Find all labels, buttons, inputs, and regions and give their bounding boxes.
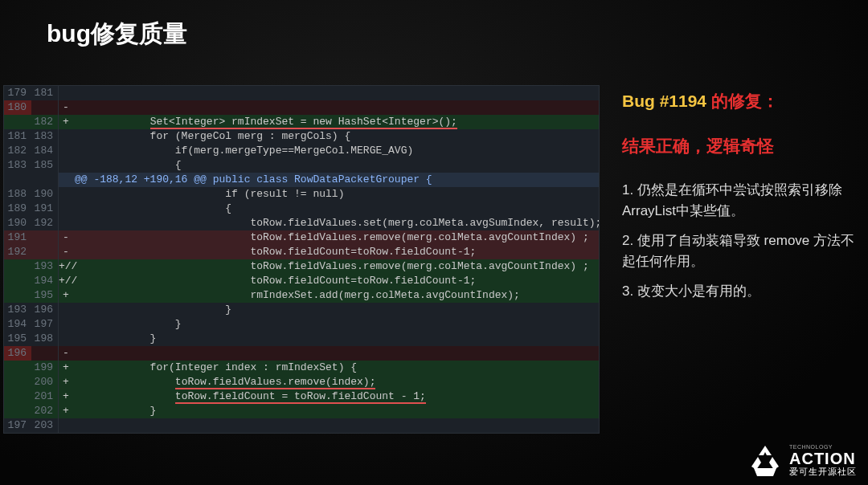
diff-row: 182+ Set<Integer> rmIndexSet = new HashS…	[4, 115, 599, 129]
page-title: bug修复质量	[47, 18, 187, 51]
diff-sign	[59, 144, 73, 158]
logo-text: TECHNOLOGY ACTION 爱可生开源社区	[789, 444, 857, 477]
gutter-new: 183	[31, 129, 59, 144]
diff-code: for(Integer index : rmIndexSet) {	[73, 361, 599, 375]
diff-code: toRow.fieldCount = toRow.fieldCount - 1;	[73, 389, 599, 404]
diff-sign: -	[59, 346, 73, 361]
diff-row: 194+// toRow.fieldCount=toRow.fieldCount…	[4, 274, 599, 288]
gutter-old	[4, 288, 31, 303]
diff-row: 193196 }	[4, 303, 599, 317]
gutter-old: 191	[4, 230, 31, 245]
diff-row: 194197 }	[4, 317, 599, 332]
diff-row: 202+ }	[4, 404, 599, 418]
gutter-old: 182	[4, 144, 31, 158]
point-item: 2. 使用了自动装箱导致 remove 方法不起任何作用。	[622, 230, 855, 271]
bug-subtitle: 结果正确，逻辑奇怪	[622, 135, 855, 157]
gutter-new: 203	[31, 418, 59, 433]
gutter-new	[31, 173, 59, 187]
diff-row: 196-	[4, 346, 599, 361]
diff-code	[73, 100, 599, 115]
gutter-new	[31, 100, 59, 115]
gutter-new: 185	[31, 158, 59, 173]
gutter-new	[31, 245, 59, 259]
bug-fix-label: 的修复：	[711, 92, 779, 110]
diff-row: 195+ rmIndexSet.add(merg.colMeta.avgCoun…	[4, 288, 599, 303]
bug-points: 1. 仍然是在循环中尝试按照索引移除ArrayList中某些值。 2. 使用了自…	[622, 180, 855, 302]
diff-sign	[59, 129, 73, 144]
diff-sign: -	[59, 245, 73, 259]
sidebar: Bug #1194 的修复： 结果正确，逻辑奇怪 1. 仍然是在循环中尝试按照索…	[622, 90, 855, 312]
diff-row: 179181	[4, 86, 599, 100]
diff-row: 193+// toRow.fieldValues.remove(merg.col…	[4, 259, 599, 274]
diff-sign: +//	[59, 259, 73, 274]
diff-row: 200+ toRow.fieldValues.remove(index);	[4, 375, 599, 389]
diff-code: }	[73, 303, 599, 317]
gutter-old: 179	[4, 86, 31, 100]
diff-sign: +	[59, 115, 73, 129]
gutter-old: 180	[4, 100, 31, 115]
diff-row: 195198 }	[4, 332, 599, 346]
diff-row: 180-	[4, 100, 599, 115]
diff-view: 179181180-182+ Set<Integer> rmIndexSet =…	[3, 85, 600, 434]
diff-code: for (MergeCol merg : mergCols) {	[73, 129, 599, 144]
diff-code: toRow.fieldValues.remove(index);	[73, 375, 599, 389]
brand-logo: TECHNOLOGY ACTION 爱可生开源社区	[747, 443, 857, 479]
diff-row: 188190 if (result != null)	[4, 187, 599, 202]
gutter-new: 197	[31, 317, 59, 332]
gutter-old: 194	[4, 317, 31, 332]
diff-sign: +	[59, 361, 73, 375]
logo-sub: 爱可生开源社区	[789, 467, 857, 477]
gutter-new: 198	[31, 332, 59, 346]
gutter-new: 191	[31, 202, 59, 216]
diff-code: toRow.fieldCount=toRow.fieldCount-1;	[73, 245, 599, 259]
point-item: 1. 仍然是在循环中尝试按照索引移除ArrayList中某些值。	[622, 180, 855, 221]
gutter-old: 195	[4, 332, 31, 346]
diff-code: if (result != null)	[73, 187, 599, 202]
diff-sign: -	[59, 230, 73, 245]
diff-sign: +	[59, 404, 73, 418]
recycle-icon	[747, 443, 783, 479]
diff-code: rmIndexSet.add(merg.colMeta.avgCountInde…	[73, 288, 599, 303]
gutter-old	[4, 361, 31, 375]
diff-row: 197203	[4, 418, 599, 433]
bug-number: Bug #1194	[622, 92, 711, 110]
gutter-new: 195	[31, 288, 59, 303]
diff-sign	[59, 317, 73, 332]
gutter-new	[31, 230, 59, 245]
diff-code: toRow.fieldValues.remove(merg.colMeta.av…	[73, 230, 599, 245]
diff-code	[73, 346, 599, 361]
diff-row: 199+ for(Integer index : rmIndexSet) {	[4, 361, 599, 375]
diff-code: }	[73, 317, 599, 332]
diff-code: toRow.fieldValues.set(merg.colMeta.avgSu…	[73, 216, 599, 230]
gutter-new: 184	[31, 144, 59, 158]
diff-code: }	[73, 404, 599, 418]
diff-row: 183185 {	[4, 158, 599, 173]
diff-row: 182184 if(merg.mergeType==MergeCol.MERGE…	[4, 144, 599, 158]
diff-code: toRow.fieldCount=toRow.fieldCount-1;	[73, 274, 599, 288]
diff-sign	[59, 332, 73, 346]
diff-sign	[59, 86, 73, 100]
diff-sign	[59, 173, 73, 187]
diff-row: 190192 toRow.fieldValues.set(merg.colMet…	[4, 216, 599, 230]
diff-sign: -	[59, 100, 73, 115]
diff-row: 191- toRow.fieldValues.remove(merg.colMe…	[4, 230, 599, 245]
diff-sign: +	[59, 288, 73, 303]
diff-sign: +//	[59, 274, 73, 288]
gutter-new: 202	[31, 404, 59, 418]
logo-name: ACTION	[789, 450, 857, 467]
diff-code	[73, 86, 599, 100]
diff-code: {	[73, 158, 599, 173]
gutter-new: 200	[31, 375, 59, 389]
diff-sign: +	[59, 389, 73, 404]
diff-code: toRow.fieldValues.remove(merg.colMeta.av…	[73, 259, 599, 274]
diff-sign	[59, 187, 73, 202]
gutter-old	[4, 115, 31, 129]
diff-code: if(merg.mergeType==MergeCol.MERGE_AVG)	[73, 144, 599, 158]
diff-code: Set<Integer> rmIndexSet = new HashSet<In…	[73, 115, 599, 129]
gutter-old: 193	[4, 303, 31, 317]
diff-row: @@ -188,12 +190,16 @@ public class RowDa…	[4, 173, 599, 187]
diff-sign	[59, 418, 73, 433]
diff-code: {	[73, 202, 599, 216]
diff-code	[73, 418, 599, 433]
diff-row: 181183 for (MergeCol merg : mergCols) {	[4, 129, 599, 144]
